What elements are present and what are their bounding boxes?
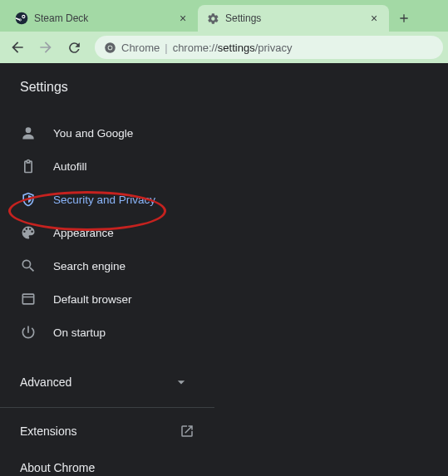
nav-label: Default browser [53, 293, 132, 306]
extensions-label: Extensions [20, 424, 76, 438]
nav-label: Autofill [53, 160, 87, 173]
nav-appearance[interactable]: Appearance [0, 216, 448, 249]
close-icon[interactable]: × [367, 12, 381, 25]
address-scheme: Chrome [121, 42, 160, 54]
address-separator: | [165, 42, 167, 54]
address-url: chrome://settings/privacy [173, 42, 293, 54]
chevron-down-icon [173, 374, 190, 390]
nav-about-chrome[interactable]: About Chrome [0, 449, 448, 476]
nav-on-startup[interactable]: On startup [0, 316, 448, 349]
steam-icon [15, 12, 28, 25]
nav-search-engine[interactable]: Search engine [0, 249, 448, 282]
nav-security-privacy[interactable]: Security and Privacy [0, 183, 448, 216]
new-tab-button[interactable] [392, 7, 416, 30]
tab-settings[interactable]: Settings × [198, 5, 389, 32]
advanced-label: Advanced [20, 375, 71, 389]
search-icon [20, 258, 37, 274]
page-title: Settings [0, 63, 448, 108]
nav-autofill[interactable]: Autofill [0, 150, 448, 183]
forward-button[interactable] [33, 35, 58, 60]
nav-label: Search engine [53, 260, 126, 272]
close-icon[interactable]: × [176, 12, 190, 25]
reload-button[interactable] [62, 35, 86, 60]
tab-bar: Steam Deck × Settings × [0, 0, 448, 32]
nav-extensions[interactable]: Extensions [0, 413, 214, 449]
toolbar: Chrome | chrome://settings/privacy [0, 32, 448, 63]
nav-label: You and Google [53, 127, 133, 140]
svg-point-2 [22, 16, 24, 17]
chrome-icon [103, 41, 116, 54]
tab-title: Steam Deck [34, 12, 170, 24]
external-link-icon [180, 424, 194, 439]
settings-nav: You and Google Autofill Security and Pri… [0, 108, 448, 349]
nav-default-browser[interactable]: Default browser [0, 282, 448, 316]
person-icon [20, 125, 37, 141]
shield-icon [20, 191, 37, 208]
tab-steam-deck[interactable]: Steam Deck × [7, 5, 198, 32]
clipboard-icon [20, 158, 37, 174]
palette-icon [20, 224, 37, 241]
nav-label: Security and Privacy [53, 194, 155, 206]
divider [0, 407, 214, 408]
tab-title: Settings [225, 12, 362, 24]
back-button[interactable] [5, 35, 30, 60]
gear-icon [206, 12, 219, 25]
nav-label: On startup [53, 326, 106, 339]
svg-point-7 [108, 46, 111, 49]
nav-advanced[interactable]: Advanced [0, 362, 209, 402]
power-icon [20, 324, 37, 341]
svg-point-4 [20, 19, 21, 20]
address-bar[interactable]: Chrome | chrome://settings/privacy [95, 36, 443, 59]
nav-label: Appearance [53, 227, 114, 239]
settings-page: Settings You and Google Autofill Securit… [0, 63, 448, 476]
about-label: About Chrome [20, 461, 95, 474]
nav-you-and-google[interactable]: You and Google [0, 116, 448, 150]
svg-point-8 [26, 127, 32, 133]
window-icon [20, 291, 37, 307]
